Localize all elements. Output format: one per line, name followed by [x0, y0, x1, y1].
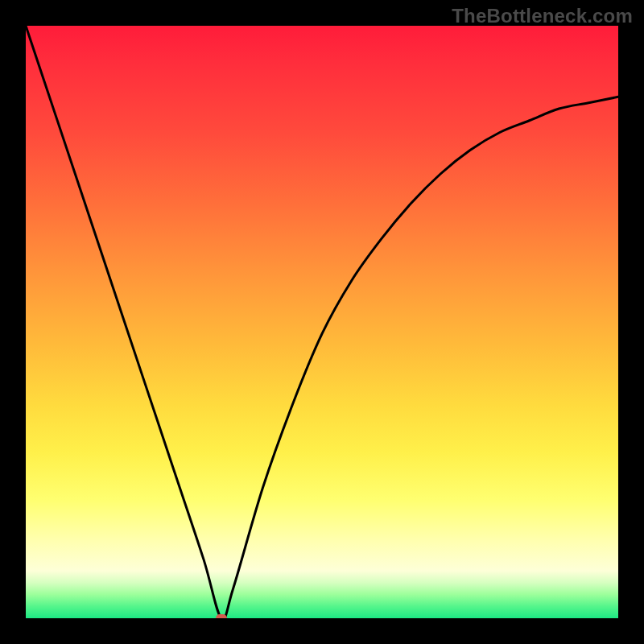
chart-frame: TheBottleneck.com	[0, 0, 644, 644]
watermark-text: TheBottleneck.com	[452, 5, 633, 27]
plot-area	[26, 26, 618, 618]
optimal-point-marker	[216, 614, 227, 618]
bottleneck-curve	[26, 26, 618, 618]
